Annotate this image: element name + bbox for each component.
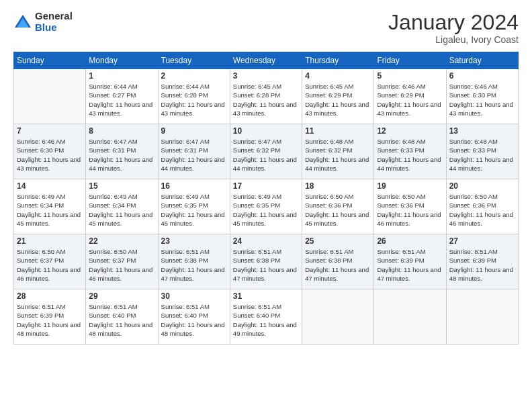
day-number: 30 — [161, 291, 227, 301]
calendar-table: SundayMondayTuesdayWednesdayThursdayFrid… — [13, 52, 519, 345]
calendar-cell: 24Sunrise: 6:51 AMSunset: 6:38 PMDayligh… — [230, 234, 302, 289]
calendar-cell: 9Sunrise: 6:47 AMSunset: 6:31 PMDaylight… — [158, 124, 230, 179]
day-info: Sunrise: 6:44 AMSunset: 6:28 PMDaylight:… — [161, 82, 227, 118]
calendar-cell: 22Sunrise: 6:50 AMSunset: 6:37 PMDayligh… — [86, 234, 158, 289]
calendar-cell: 3Sunrise: 6:45 AMSunset: 6:28 PMDaylight… — [230, 69, 302, 124]
calendar-week-row: 14Sunrise: 6:49 AMSunset: 6:34 PMDayligh… — [14, 179, 519, 234]
day-number: 10 — [233, 126, 299, 136]
calendar-cell — [374, 289, 446, 345]
calendar-cell: 2Sunrise: 6:44 AMSunset: 6:28 PMDaylight… — [158, 69, 230, 124]
calendar-cell: 1Sunrise: 6:44 AMSunset: 6:27 PMDaylight… — [86, 69, 158, 124]
calendar-cell: 28Sunrise: 6:51 AMSunset: 6:39 PMDayligh… — [14, 289, 86, 345]
title-block: January 2024 Ligaleu, Ivory Coast — [388, 11, 519, 45]
calendar-week-row: 21Sunrise: 6:50 AMSunset: 6:37 PMDayligh… — [14, 234, 519, 289]
day-info: Sunrise: 6:49 AMSunset: 6:35 PMDaylight:… — [161, 192, 227, 228]
calendar-cell: 6Sunrise: 6:46 AMSunset: 6:30 PMDaylight… — [446, 69, 518, 124]
day-info: Sunrise: 6:50 AMSunset: 6:37 PMDaylight:… — [89, 247, 154, 283]
day-info: Sunrise: 6:47 AMSunset: 6:32 PMDaylight:… — [233, 137, 299, 173]
day-info: Sunrise: 6:46 AMSunset: 6:29 PMDaylight:… — [377, 82, 443, 118]
day-info: Sunrise: 6:49 AMSunset: 6:35 PMDaylight:… — [233, 192, 299, 228]
day-info: Sunrise: 6:50 AMSunset: 6:36 PMDaylight:… — [305, 192, 371, 228]
day-info: Sunrise: 6:51 AMSunset: 6:38 PMDaylight:… — [305, 247, 371, 283]
day-info: Sunrise: 6:51 AMSunset: 6:40 PMDaylight:… — [89, 302, 154, 338]
day-number: 11 — [305, 126, 371, 136]
calendar-cell: 7Sunrise: 6:46 AMSunset: 6:30 PMDaylight… — [14, 124, 86, 179]
header: General Blue January 2024 Ligaleu, Ivory… — [13, 11, 519, 45]
calendar-cell: 12Sunrise: 6:48 AMSunset: 6:33 PMDayligh… — [374, 124, 446, 179]
day-info: Sunrise: 6:50 AMSunset: 6:36 PMDaylight:… — [377, 192, 443, 228]
calendar-cell: 25Sunrise: 6:51 AMSunset: 6:38 PMDayligh… — [302, 234, 374, 289]
month-title: January 2024 — [388, 11, 519, 34]
day-info: Sunrise: 6:49 AMSunset: 6:34 PMDaylight:… — [89, 192, 154, 228]
calendar-cell: 20Sunrise: 6:50 AMSunset: 6:36 PMDayligh… — [446, 179, 518, 234]
calendar-week-row: 7Sunrise: 6:46 AMSunset: 6:30 PMDaylight… — [14, 124, 519, 179]
col-header-saturday: Saturday — [446, 52, 518, 69]
calendar-cell: 14Sunrise: 6:49 AMSunset: 6:34 PMDayligh… — [14, 179, 86, 234]
col-header-wednesday: Wednesday — [230, 52, 302, 69]
calendar-cell: 31Sunrise: 6:51 AMSunset: 6:40 PMDayligh… — [230, 289, 302, 345]
day-number: 29 — [89, 291, 154, 301]
col-header-tuesday: Tuesday — [158, 52, 230, 69]
day-number: 6 — [449, 71, 515, 81]
day-number: 3 — [233, 71, 299, 81]
day-number: 18 — [305, 181, 371, 191]
day-info: Sunrise: 6:51 AMSunset: 6:38 PMDaylight:… — [233, 247, 299, 283]
day-number: 16 — [161, 181, 227, 191]
day-number: 28 — [17, 291, 83, 301]
day-number: 13 — [449, 126, 515, 136]
day-info: Sunrise: 6:51 AMSunset: 6:39 PMDaylight:… — [17, 302, 83, 338]
day-info: Sunrise: 6:44 AMSunset: 6:27 PMDaylight:… — [89, 82, 154, 118]
day-number: 2 — [161, 71, 227, 81]
day-info: Sunrise: 6:51 AMSunset: 6:39 PMDaylight:… — [449, 247, 515, 283]
col-header-friday: Friday — [374, 52, 446, 69]
day-number: 5 — [377, 71, 443, 81]
page: General Blue January 2024 Ligaleu, Ivory… — [0, 0, 532, 411]
day-number: 15 — [89, 181, 154, 191]
day-number: 17 — [233, 181, 299, 191]
col-header-sunday: Sunday — [14, 52, 86, 69]
day-info: Sunrise: 6:46 AMSunset: 6:30 PMDaylight:… — [449, 82, 515, 118]
day-number: 31 — [233, 291, 299, 301]
logo-icon — [13, 13, 32, 32]
day-info: Sunrise: 6:49 AMSunset: 6:34 PMDaylight:… — [17, 192, 83, 228]
calendar-week-row: 1Sunrise: 6:44 AMSunset: 6:27 PMDaylight… — [14, 69, 519, 124]
day-info: Sunrise: 6:45 AMSunset: 6:29 PMDaylight:… — [305, 82, 371, 118]
day-number: 24 — [233, 236, 299, 246]
calendar-cell: 15Sunrise: 6:49 AMSunset: 6:34 PMDayligh… — [86, 179, 158, 234]
day-info: Sunrise: 6:45 AMSunset: 6:28 PMDaylight:… — [233, 82, 299, 118]
calendar-cell: 17Sunrise: 6:49 AMSunset: 6:35 PMDayligh… — [230, 179, 302, 234]
calendar-cell: 8Sunrise: 6:47 AMSunset: 6:31 PMDaylight… — [86, 124, 158, 179]
calendar-cell: 29Sunrise: 6:51 AMSunset: 6:40 PMDayligh… — [86, 289, 158, 345]
day-info: Sunrise: 6:51 AMSunset: 6:38 PMDaylight:… — [161, 247, 227, 283]
calendar-cell: 30Sunrise: 6:51 AMSunset: 6:40 PMDayligh… — [158, 289, 230, 345]
calendar-header-row: SundayMondayTuesdayWednesdayThursdayFrid… — [14, 52, 519, 69]
day-info: Sunrise: 6:48 AMSunset: 6:33 PMDaylight:… — [377, 137, 443, 173]
day-number: 20 — [449, 181, 515, 191]
day-number: 9 — [161, 126, 227, 136]
calendar-cell: 19Sunrise: 6:50 AMSunset: 6:36 PMDayligh… — [374, 179, 446, 234]
day-info: Sunrise: 6:48 AMSunset: 6:33 PMDaylight:… — [449, 137, 515, 173]
calendar-cell: 27Sunrise: 6:51 AMSunset: 6:39 PMDayligh… — [446, 234, 518, 289]
day-number: 19 — [377, 181, 443, 191]
calendar-cell: 11Sunrise: 6:48 AMSunset: 6:32 PMDayligh… — [302, 124, 374, 179]
day-number: 26 — [377, 236, 443, 246]
logo-general-label: General — [35, 11, 73, 22]
calendar-cell: 16Sunrise: 6:49 AMSunset: 6:35 PMDayligh… — [158, 179, 230, 234]
calendar-cell: 18Sunrise: 6:50 AMSunset: 6:36 PMDayligh… — [302, 179, 374, 234]
day-info: Sunrise: 6:47 AMSunset: 6:31 PMDaylight:… — [161, 137, 227, 173]
day-number: 12 — [377, 126, 443, 136]
day-number: 1 — [89, 71, 154, 81]
calendar-week-row: 28Sunrise: 6:51 AMSunset: 6:39 PMDayligh… — [14, 289, 519, 345]
day-info: Sunrise: 6:46 AMSunset: 6:30 PMDaylight:… — [17, 137, 83, 173]
calendar-cell: 23Sunrise: 6:51 AMSunset: 6:38 PMDayligh… — [158, 234, 230, 289]
logo-blue-label: Blue — [35, 22, 73, 34]
logo-text: General Blue — [35, 11, 73, 33]
day-number: 25 — [305, 236, 371, 246]
calendar-cell: 21Sunrise: 6:50 AMSunset: 6:37 PMDayligh… — [14, 234, 86, 289]
day-number: 14 — [17, 181, 83, 191]
calendar-cell — [446, 289, 518, 345]
location-subtitle: Ligaleu, Ivory Coast — [388, 34, 519, 45]
col-header-thursday: Thursday — [302, 52, 374, 69]
day-number: 7 — [17, 126, 83, 136]
calendar-cell: 5Sunrise: 6:46 AMSunset: 6:29 PMDaylight… — [374, 69, 446, 124]
